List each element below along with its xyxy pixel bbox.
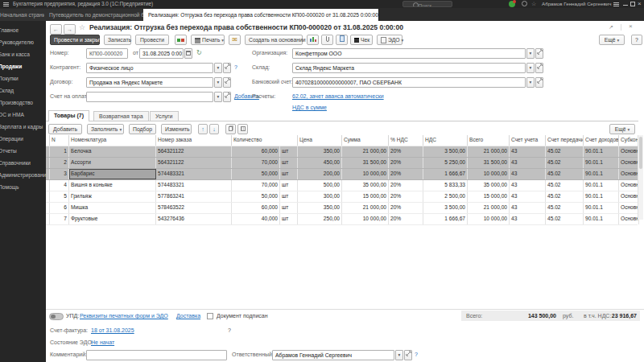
cell-sub[interactable]: Основная номенклатурная группа <box>619 214 639 224</box>
cell-vat[interactable]: 5 833,33 <box>423 180 468 191</box>
move-down-icon[interactable]: ↓ <box>209 124 219 134</box>
counterparty-dropdown-icon[interactable]: ▾ <box>214 63 222 73</box>
sidebar-item-0[interactable]: Главное <box>0 24 46 36</box>
minimize-icon[interactable] <box>623 5 628 6</box>
cell-vat_pct[interactable]: 20% <box>389 146 423 157</box>
cell-total[interactable]: 21 000,00 <box>468 203 510 213</box>
cell-acc[interactable]: 43 <box>510 180 546 191</box>
cell-qty[interactable]: 60,000 <box>232 203 280 213</box>
table-row[interactable]: 3Барбарис57448332150,000шт200,0010 000,0… <box>46 169 638 180</box>
cell-order[interactable]: 564321122 <box>156 146 232 157</box>
document-signed-checkbox[interactable] <box>207 313 213 319</box>
column-header[interactable]: Счет учета <box>510 135 546 146</box>
cell-n[interactable]: 3 <box>50 169 69 179</box>
cell-n[interactable]: 5 <box>50 191 69 202</box>
service-status-icon[interactable] <box>509 1 515 7</box>
cell-price[interactable]: 450,00 <box>298 158 342 168</box>
counterparty-input[interactable]: Физическое лицо <box>86 63 213 73</box>
copy-row-icon[interactable] <box>225 124 236 134</box>
column-header[interactable]: Номенклатура <box>69 135 156 146</box>
cell-name[interactable]: Барбарис <box>69 169 156 179</box>
table-row[interactable]: 4Вишня в коньяке57448332170,000шт500,003… <box>46 180 638 191</box>
more-button[interactable]: Ещё▾ <box>599 35 625 45</box>
column-header[interactable]: Номер заказа <box>156 135 232 146</box>
delivery-link[interactable]: Доставка <box>176 313 200 319</box>
upd-toggle[interactable] <box>49 313 64 320</box>
cell-acc_tr[interactable]: 45.02 <box>546 169 584 179</box>
date-input[interactable]: 31.08.2025 0:00:00 <box>139 48 184 59</box>
sidebar-item-1[interactable]: Руководителю <box>0 36 46 48</box>
cell-acc_inc[interactable]: 90.01.1 <box>584 146 619 157</box>
table-row[interactable]: 2Ассорти56432112270,000шт450,0031 500,00… <box>46 158 638 169</box>
cell-sum[interactable]: 21 000,00 <box>342 146 389 157</box>
cell-qty[interactable]: 70,000 <box>232 180 280 191</box>
cell-qty[interactable]: 40,000 <box>232 214 280 224</box>
column-header[interactable]: Количество <box>232 135 298 146</box>
sidebar-item-13[interactable]: Помощь <box>0 181 46 193</box>
counterparty-help[interactable]: ? <box>234 64 237 70</box>
cell-acc_inc[interactable]: 90.01.1 <box>584 214 619 224</box>
cell-sum[interactable]: 35 000,00 <box>342 180 389 191</box>
tab-goods[interactable]: Товары (7) <box>48 110 89 121</box>
calendar-icon[interactable] <box>184 48 192 59</box>
cell-unit[interactable]: шт <box>280 169 298 179</box>
cell-order[interactable]: 574483321 <box>156 180 232 191</box>
cell-unit[interactable]: шт <box>280 203 298 213</box>
create-based-on-button[interactable]: Создать на основании▾ <box>245 35 303 45</box>
sidebar-item-6[interactable]: Производство <box>0 97 46 109</box>
invoice-link[interactable]: 18 от 31.08.2025 <box>91 327 134 333</box>
cell-price[interactable]: 350,00 <box>298 203 342 213</box>
edit-button[interactable]: Изменить <box>161 124 192 134</box>
column-header[interactable]: НДС <box>423 135 468 146</box>
sidebar-item-10[interactable]: Отчеты <box>0 145 46 157</box>
bank-account-input[interactable]: 40702810000000000007, ПАО СБЕРБАНК <box>292 77 526 88</box>
send-email-button[interactable]: ✉ <box>229 35 241 45</box>
sidebar-item-4[interactable]: Покупки <box>0 72 46 84</box>
sidebar-item-7[interactable]: ОС и НМА <box>0 109 46 121</box>
cell-acc[interactable]: 43 <box>510 191 546 202</box>
cell-n[interactable]: 7 <box>50 214 69 224</box>
cell-price[interactable]: 300,00 <box>298 191 342 202</box>
cell-vat[interactable]: 5 250,00 <box>423 158 468 168</box>
show-postings-dtkt-button[interactable] <box>175 35 187 45</box>
cell-price[interactable]: 250,00 <box>298 214 342 224</box>
cell-sub[interactable]: Основная номенклатурная группа <box>619 146 639 157</box>
cell-total[interactable]: 35 000,00 <box>468 180 510 191</box>
history-icon[interactable] <box>522 1 527 6</box>
table-more-button[interactable]: Ещё▾ <box>609 124 635 134</box>
cell-n[interactable]: 1 <box>50 146 69 157</box>
cell-name[interactable]: Ассорти <box>69 158 156 168</box>
edo-button[interactable]: ЭДО▾ <box>377 35 402 45</box>
collapse-panels-icon[interactable] <box>613 2 619 6</box>
open-in-new-window-icon[interactable]: ↗ <box>609 24 613 31</box>
cell-unit[interactable]: шт <box>280 191 298 202</box>
save-button[interactable]: Записать <box>104 35 131 45</box>
cell-qty[interactable]: 60,000 <box>232 146 280 157</box>
payment-invoice-open-link-icon[interactable] <box>223 92 231 102</box>
back-button[interactable]: ← <box>50 24 62 35</box>
cell-acc_inc[interactable]: 90.01.1 <box>584 180 619 191</box>
cell-qty[interactable]: 50,000 <box>232 169 280 179</box>
cell-name[interactable]: Грильяж <box>69 191 156 202</box>
responsible-dropdown-icon[interactable]: ▾ <box>395 350 403 360</box>
cell-sub[interactable]: Основная номенклатурная группа <box>619 191 639 202</box>
column-header[interactable]: N <box>50 135 69 146</box>
cell-order[interactable]: 578463522 <box>156 203 232 213</box>
cell-sum[interactable]: 10 000,00 <box>342 214 389 224</box>
favorite-star-icon[interactable]: ☆ <box>79 23 85 31</box>
cell-total[interactable]: 31 500,00 <box>468 158 510 168</box>
cell-acc_tr[interactable]: 45.02 <box>546 158 584 168</box>
cell-sum[interactable]: 10 000,00 <box>342 169 389 179</box>
cell-total[interactable]: 15 000,00 <box>468 191 510 202</box>
cell-acc[interactable]: 43 <box>510 146 546 157</box>
table-row[interactable]: 1Белочка56432112260,000шт350,0021 000,00… <box>46 146 638 158</box>
warehouse-open-link-icon[interactable] <box>535 63 543 73</box>
edo-documents-button[interactable] <box>336 35 348 45</box>
window-tab-2[interactable]: Реализация: Отгрузка без перехода права … <box>143 9 379 21</box>
sidebar-item-3[interactable]: Продажи <box>0 60 46 72</box>
cell-acc[interactable]: 43 <box>510 169 546 179</box>
check-button[interactable]: Чек <box>350 35 373 45</box>
cell-sum[interactable]: 21 000,00 <box>342 203 389 213</box>
sidebar-item-5[interactable]: Склад <box>0 84 46 97</box>
set-current-date-icon[interactable]: ↻ <box>196 49 202 56</box>
